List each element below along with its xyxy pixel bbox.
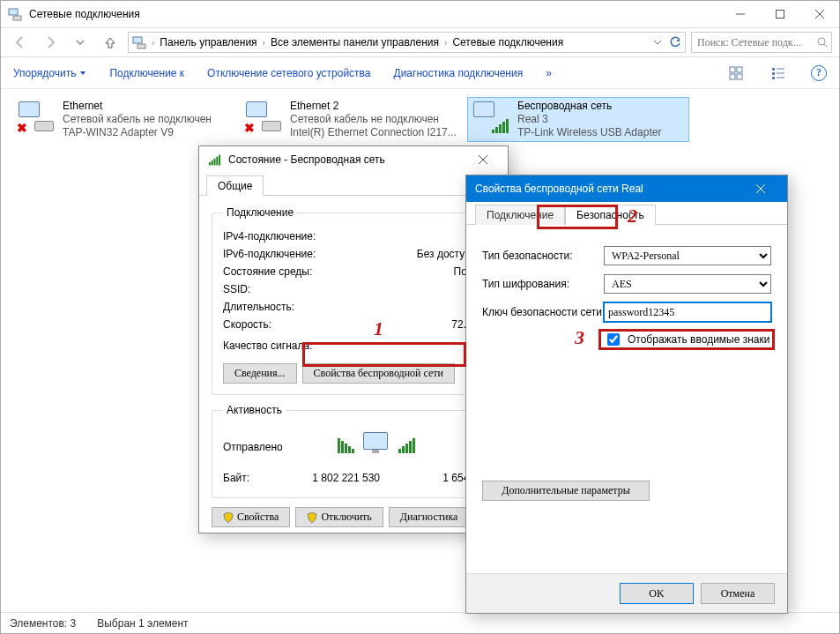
adapter-status: Сетевой кабель не подключен xyxy=(290,113,457,126)
bytes-sent: 1 802 221 530 xyxy=(274,469,380,487)
connect-to-menu[interactable]: Подключение к xyxy=(109,67,184,79)
security-type-label: Тип безопасности: xyxy=(482,250,604,262)
chevron-right-icon: › xyxy=(441,38,450,48)
adapter-item[interactable]: ✖ Ethernet Сетевой кабель не подключен T… xyxy=(13,98,234,141)
properties-button[interactable]: Свойства xyxy=(212,507,290,527)
advanced-settings-button[interactable]: Дополнительные параметры xyxy=(482,481,650,501)
svg-rect-3 xyxy=(776,11,784,19)
wireless-adapter-icon xyxy=(472,100,510,135)
address-bar[interactable]: › Панель управления › Все элементы панел… xyxy=(128,32,686,53)
tab-general[interactable]: Общие xyxy=(206,175,264,196)
nav-row: › Панель управления › Все элементы панел… xyxy=(1,27,839,57)
dialog-title: Свойства беспроводной сети Real xyxy=(475,183,743,195)
help-button[interactable]: ? xyxy=(811,65,827,81)
sent-label: Отправлено xyxy=(223,441,283,453)
shield-icon xyxy=(223,512,234,523)
ok-button[interactable]: OK xyxy=(620,583,694,604)
shield-icon xyxy=(307,512,317,523)
chevron-right-icon: › xyxy=(259,38,269,48)
minimize-button[interactable] xyxy=(720,1,760,27)
tab-strip: Подключение Безопасность xyxy=(466,202,787,225)
label: SSID: xyxy=(223,280,250,298)
tab-security[interactable]: Безопасность xyxy=(565,205,656,225)
svg-rect-7 xyxy=(138,44,145,48)
window-buttons xyxy=(720,1,839,27)
svg-rect-12 xyxy=(730,74,735,79)
forward-button[interactable] xyxy=(38,30,63,55)
svg-rect-16 xyxy=(772,72,775,75)
close-button[interactable] xyxy=(743,175,778,202)
cancel-button[interactable]: Отмена xyxy=(701,583,775,604)
svg-line-9 xyxy=(824,44,827,47)
address-dropdown-icon[interactable] xyxy=(653,38,662,47)
more-commands[interactable]: » xyxy=(546,67,552,79)
signal-bars-icon xyxy=(209,154,220,165)
command-bar: Упорядочить Подключение к Отключение сет… xyxy=(1,57,839,89)
breadcrumb[interactable]: Все элементы панели управления xyxy=(271,36,439,48)
breadcrumb[interactable]: Сетевые подключения xyxy=(452,36,563,48)
view-details-button[interactable] xyxy=(769,63,788,83)
refresh-icon[interactable] xyxy=(669,36,681,48)
diagnose-button[interactable]: Диагностика подключения xyxy=(394,67,524,79)
recent-dropdown[interactable] xyxy=(68,30,93,55)
close-button[interactable] xyxy=(465,146,501,173)
adapter-name: Беспроводная сеть xyxy=(517,100,661,113)
dialog-titlebar: Состояние - Беспроводная сеть xyxy=(199,146,508,173)
maximize-button[interactable] xyxy=(760,1,799,27)
dialog-titlebar: Свойства беспроводной сети Real xyxy=(466,175,787,202)
wireless-properties-button[interactable]: Свойства беспроводной сети xyxy=(302,363,455,384)
adapter-name: Ethernet 2 xyxy=(290,100,457,113)
chevron-right-icon: › xyxy=(148,38,158,48)
adapter-device: Intel(R) Ethernet Connection I217... xyxy=(290,126,457,139)
svg-rect-10 xyxy=(730,67,735,72)
details-button[interactable]: Сведения... xyxy=(223,363,297,384)
organize-menu[interactable]: Упорядочить xyxy=(13,67,86,79)
adapter-item[interactable]: ✖ Ethernet 2 Сетевой кабель не подключен… xyxy=(241,98,461,141)
group-activity: Активность Отправлено Пр Байт: 1 802 221… xyxy=(212,404,495,498)
adapter-device: TAP-WIN32 Adapter V9 xyxy=(63,126,212,139)
tab-connection[interactable]: Подключение xyxy=(475,205,565,225)
security-key-input[interactable] xyxy=(604,302,771,322)
show-characters-label: Отображать вводимые знаки xyxy=(628,333,769,346)
svg-rect-14 xyxy=(772,68,775,71)
dialog-title: Состояние - Беспроводная сеть xyxy=(228,153,460,166)
ethernet-adapter-icon: ✖ xyxy=(244,100,283,135)
search-icon xyxy=(817,37,828,48)
security-key-label: Ключ безопасности сети xyxy=(482,306,604,318)
show-characters-checkbox[interactable] xyxy=(607,333,620,346)
view-large-icons-button[interactable] xyxy=(726,63,746,83)
label: IPv4-подключение: xyxy=(223,227,316,245)
svg-rect-13 xyxy=(737,74,742,79)
search-input[interactable] xyxy=(695,35,814,50)
network-connections-icon xyxy=(132,35,146,49)
group-connection: Подключение IPv4-подключение:Ин IPv6-под… xyxy=(212,206,495,395)
wireless-properties-dialog: Свойства беспроводной сети Real Подключе… xyxy=(465,175,788,614)
svg-rect-18 xyxy=(772,77,775,79)
label: Состояние среды: xyxy=(223,263,312,280)
svg-rect-6 xyxy=(133,37,142,43)
disable-device-button[interactable]: Отключение сетевого устройства xyxy=(207,67,370,79)
status-bar: Элементов: 3 Выбран 1 элемент xyxy=(1,612,839,633)
titlebar: Сетевые подключения xyxy=(1,1,839,27)
disable-button[interactable]: Отключить xyxy=(295,507,383,527)
status-dialog: Состояние - Беспроводная сеть Общие Подк… xyxy=(198,145,509,533)
tab-strip: Общие xyxy=(199,173,508,196)
close-button[interactable] xyxy=(799,1,839,27)
item-count: Элементов: 3 xyxy=(10,617,76,630)
label: Длительность: xyxy=(223,298,294,316)
window-title: Сетевые подключения xyxy=(29,8,713,20)
back-button[interactable] xyxy=(8,30,33,55)
group-label: Активность xyxy=(223,404,286,416)
diagnose-button[interactable]: Диагностика xyxy=(389,507,470,527)
network-connections-icon xyxy=(8,7,22,21)
label: Качество сигнала: xyxy=(223,337,312,354)
breadcrumb[interactable]: Панель управления xyxy=(160,36,256,48)
encryption-type-select[interactable]: AES xyxy=(604,274,771,294)
search-box[interactable] xyxy=(691,32,832,53)
adapter-item[interactable]: Беспроводная сеть Real 3 TP-Link Wireles… xyxy=(468,98,688,141)
dialog-footer: OK Отмена xyxy=(466,573,787,613)
adapter-device: TP-Link Wireless USB Adapter xyxy=(517,126,661,139)
up-button[interactable] xyxy=(98,30,123,55)
security-type-select[interactable]: WPA2-Personal xyxy=(604,246,771,265)
activity-icon xyxy=(338,430,415,460)
